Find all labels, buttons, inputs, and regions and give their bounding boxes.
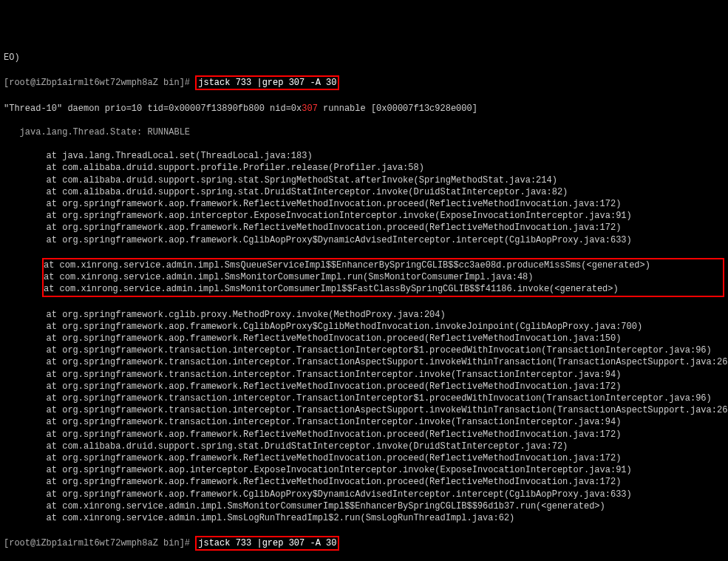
prompt-line-2[interactable]: [root@iZbp1airmlt6wt72wmph8aZ bin]# jsta… bbox=[4, 536, 724, 551]
stack-trace-line: at org.springframework.transaction.inter… bbox=[4, 369, 724, 381]
stack-trace-line: at com.alibaba.druid.support.profile.Pro… bbox=[4, 162, 724, 174]
stack-trace-line: at org.springframework.transaction.inter… bbox=[4, 392, 724, 404]
stack-trace-line: at org.springframework.aop.framework.Ref… bbox=[4, 333, 724, 344]
prompt-line-1[interactable]: [root@iZbp1airmlt6wt72wmph8aZ bin]# jsta… bbox=[4, 75, 724, 90]
stack-trace-line: at com.xinrong.service.admin.impl.SmsMon… bbox=[4, 500, 724, 512]
stack-trace-line: at org.springframework.aop.framework.Cgl… bbox=[4, 321, 724, 333]
shell-prompt: [root@iZbp1airmlt6wt72wmph8aZ bin]# bbox=[4, 78, 195, 88]
stack-trace-line: at org.springframework.cglib.proxy.Metho… bbox=[4, 309, 724, 321]
stack-trace-line: at com.alibaba.druid.support.spring.stat… bbox=[4, 174, 724, 186]
highlight-box-1: at com.xinrong.service.admin.impl.SmsQue… bbox=[42, 258, 724, 297]
thread-suffix: runnable [0x00007f13c928e000] bbox=[318, 103, 477, 114]
stack-trace-line: at org.springframework.transaction.inter… bbox=[4, 404, 724, 416]
shell-prompt: [root@iZbp1airmlt6wt72wmph8aZ bin]# bbox=[4, 538, 195, 548]
stack-trace-line: at org.springframework.aop.framework.Ref… bbox=[4, 452, 724, 464]
stack-trace-line: at java.lang.ThreadLocal.set(ThreadLocal… bbox=[4, 150, 724, 162]
stack-trace-block-1: at java.lang.ThreadLocal.set(ThreadLocal… bbox=[4, 150, 724, 246]
stack-trace-line: at org.springframework.aop.framework.Cgl… bbox=[4, 489, 724, 500]
command-highlight-box: jstack 733 |grep 307 -A 30 bbox=[195, 536, 339, 551]
stack-trace-line: at org.springframework.aop.framework.Ref… bbox=[4, 222, 724, 234]
stack-trace-line: at org.springframework.aop.interceptor.E… bbox=[4, 210, 724, 222]
stack-trace-line: at com.xinrong.service.admin.impl.SmsMon… bbox=[44, 271, 723, 283]
stack-trace-line: at com.xinrong.service.admin.impl.SmsQue… bbox=[44, 259, 723, 271]
stack-trace-line: at org.springframework.aop.framework.Ref… bbox=[4, 381, 724, 392]
stack-trace-line: at org.springframework.aop.framework.Cgl… bbox=[4, 234, 724, 246]
stack-trace-line: at org.springframework.transaction.inter… bbox=[4, 356, 724, 368]
stack-trace-line: at com.alibaba.druid.support.spring.stat… bbox=[4, 186, 724, 198]
thread-state-1: java.lang.Thread.State: RUNNABLE bbox=[4, 126, 724, 138]
terminal-output-line: EO) bbox=[4, 52, 724, 64]
stack-trace-block-1b: at org.springframework.cglib.proxy.Metho… bbox=[4, 309, 724, 524]
stack-trace-line: at com.xinrong.service.admin.impl.SmsLog… bbox=[4, 512, 724, 524]
thread-header-1: "Thread-10" daemon prio=10 tid=0x00007f1… bbox=[4, 103, 724, 115]
stack-trace-line: at org.springframework.aop.framework.Ref… bbox=[4, 429, 724, 441]
command-highlight-box: jstack 733 |grep 307 -A 30 bbox=[195, 75, 339, 90]
nid-highlight: 307 bbox=[302, 103, 318, 114]
stack-trace-line: at com.xinrong.service.admin.impl.SmsMon… bbox=[44, 283, 723, 295]
stack-trace-line: at org.springframework.aop.interceptor.E… bbox=[4, 464, 724, 476]
thread-prefix: "Thread-10" daemon prio=10 tid=0x00007f1… bbox=[4, 103, 302, 114]
stack-trace-line: at org.springframework.transaction.inter… bbox=[4, 416, 724, 428]
stack-trace-line: at org.springframework.transaction.inter… bbox=[4, 344, 724, 356]
stack-trace-line: at org.springframework.aop.framework.Ref… bbox=[4, 476, 724, 488]
stack-trace-line: at com.alibaba.druid.support.spring.stat… bbox=[4, 441, 724, 452]
stack-trace-line: at org.springframework.aop.framework.Ref… bbox=[4, 198, 724, 210]
